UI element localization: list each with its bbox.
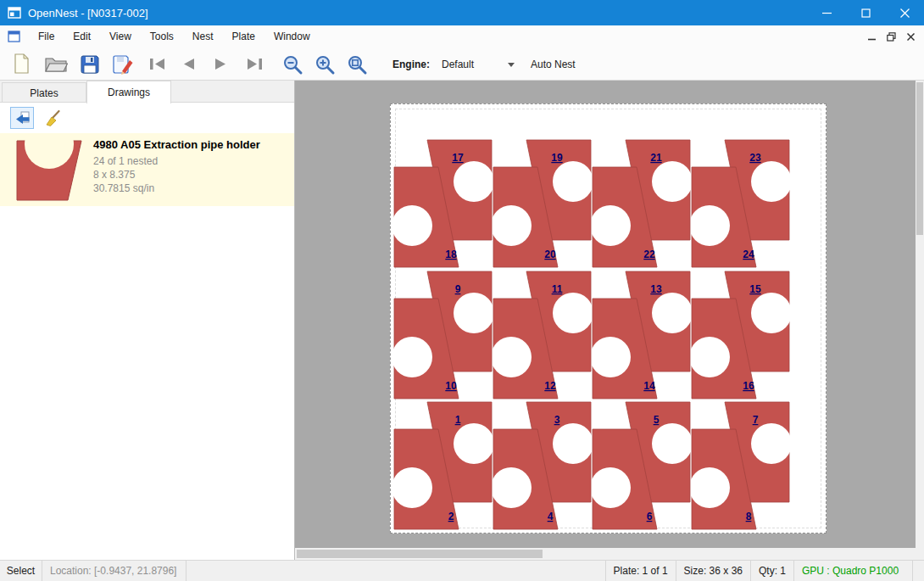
- return-part-button[interactable]: [10, 107, 34, 129]
- part-number: 20: [544, 249, 556, 260]
- part-number: 14: [643, 380, 655, 392]
- tab-drawings[interactable]: Drawings: [86, 81, 171, 103]
- horizontal-scrollbar-thumb[interactable]: [297, 550, 543, 558]
- nest-pair[interactable]: 1920: [493, 139, 592, 268]
- nest-canvas[interactable]: 171819202122232491011121314151612345678: [295, 81, 916, 548]
- drawing-area: 30.7815 sq/in: [93, 182, 154, 194]
- menu-edit[interactable]: Edit: [64, 25, 100, 47]
- nest-pair[interactable]: 1314: [592, 271, 691, 399]
- zoom-fit-button[interactable]: [347, 54, 368, 75]
- new-file-icon: [13, 53, 31, 75]
- part-number: 15: [749, 283, 761, 295]
- part-number: 19: [551, 152, 563, 164]
- part-number: 21: [650, 152, 662, 164]
- window-controls: [807, 0, 924, 25]
- tab-strip: Plates Drawings: [0, 81, 294, 103]
- plate[interactable]: 171819202122232491011121314151612345678: [390, 103, 827, 534]
- first-arrow-icon: [148, 57, 168, 71]
- zoom-in-icon: [314, 54, 336, 75]
- menu-file[interactable]: File: [29, 25, 64, 47]
- status-gpu: GPU : Quadro P1000: [793, 561, 912, 581]
- status-location: Location: [-0.9437, 21.8796]: [42, 561, 186, 581]
- part-number: 23: [749, 152, 761, 164]
- return-part-icon: [14, 110, 31, 126]
- menu-view[interactable]: View: [100, 25, 141, 47]
- drawing-title: 4980 A05 Extraction pipe holder: [93, 138, 260, 151]
- auto-nest-button[interactable]: Auto Nest: [531, 59, 576, 70]
- open-folder-icon: [45, 56, 68, 73]
- close-button[interactable]: [885, 0, 924, 25]
- nest-pair[interactable]: 34: [493, 401, 592, 530]
- last-plate-button[interactable]: [244, 57, 264, 71]
- app-icon: [8, 7, 21, 19]
- zoom-in-button[interactable]: [314, 54, 336, 75]
- menu-bar: File Edit View Tools Nest Plate Window: [0, 25, 924, 47]
- part-number: 12: [544, 380, 556, 392]
- part-number: 10: [445, 380, 457, 392]
- menu-nest[interactable]: Nest: [183, 25, 223, 47]
- nest-pair[interactable]: 12: [393, 401, 493, 530]
- part-number: 17: [452, 152, 464, 164]
- mdi-minimize-icon[interactable]: [864, 30, 880, 44]
- part-number: 1: [455, 414, 461, 426]
- status-size: Size: 36 x 36: [676, 561, 750, 581]
- part-number: 11: [552, 283, 563, 295]
- nest-pair[interactable]: 2324: [691, 139, 790, 268]
- drawing-size: 8 x 8.375: [93, 169, 135, 181]
- part-number: 3: [554, 414, 560, 426]
- zoom-fit-icon: [347, 54, 368, 75]
- first-plate-button[interactable]: [148, 57, 168, 71]
- scrollbar-corner: [916, 548, 924, 560]
- drawing-list-item[interactable]: 4980 A05 Extraction pipe holder 24 of 1 …: [0, 133, 294, 206]
- previous-plate-button[interactable]: [181, 57, 197, 71]
- maximize-button[interactable]: [846, 0, 885, 25]
- open-button[interactable]: [45, 56, 68, 73]
- side-panel: Plates Drawings 4980 A05 Extraction pipe…: [0, 81, 295, 560]
- vertical-scrollbar-thumb[interactable]: [916, 82, 923, 235]
- tab-plates[interactable]: Plates: [2, 82, 86, 103]
- nest-pair[interactable]: 910: [393, 271, 493, 399]
- main-toolbar: Engine: Default Auto Nest: [0, 47, 924, 81]
- part-number: 18: [445, 249, 457, 260]
- minimize-button[interactable]: [807, 0, 846, 25]
- save-button[interactable]: [80, 54, 100, 75]
- last-arrow-icon: [244, 57, 264, 71]
- zoom-out-button[interactable]: [282, 54, 303, 75]
- menu-plate[interactable]: Plate: [223, 25, 264, 47]
- part-number: 9: [455, 283, 461, 295]
- nest-pair[interactable]: 1112: [493, 271, 592, 399]
- nest-pair[interactable]: 1516: [691, 271, 790, 399]
- part-number: 22: [643, 249, 655, 260]
- nest-pair[interactable]: 1718: [393, 139, 493, 268]
- drawings-toolbar: [0, 103, 294, 132]
- status-bar: Select Location: [-0.9437, 21.8796] Plat…: [0, 560, 924, 581]
- part-thumbnail: [8, 137, 86, 204]
- clean-button[interactable]: [41, 107, 64, 129]
- part-number: 4: [548, 511, 554, 522]
- engine-label: Engine:: [392, 59, 430, 70]
- part-number: 24: [743, 249, 754, 260]
- next-plate-button[interactable]: [213, 57, 229, 71]
- resize-grip[interactable]: [912, 561, 924, 581]
- status-qty: Qty: 1: [750, 561, 793, 581]
- vertical-scrollbar[interactable]: [916, 81, 924, 548]
- save-as-button[interactable]: [112, 54, 134, 75]
- horizontal-scrollbar[interactable]: [295, 548, 916, 560]
- part-number: 5: [654, 414, 660, 426]
- nest-pair[interactable]: 56: [592, 401, 691, 530]
- mdi-close-icon[interactable]: [903, 30, 919, 44]
- new-file-button[interactable]: [13, 53, 31, 75]
- status-plate: Plate: 1 of 1: [605, 561, 676, 581]
- broom-icon: [44, 109, 61, 126]
- mdi-restore-icon[interactable]: [883, 30, 899, 44]
- menu-window[interactable]: Window: [264, 25, 320, 47]
- status-mode: Select: [0, 561, 42, 581]
- engine-select[interactable]: Default: [438, 54, 518, 75]
- nest-pair[interactable]: 2122: [592, 139, 691, 268]
- nest-pair[interactable]: 78: [691, 401, 790, 530]
- menu-tools[interactable]: Tools: [141, 25, 183, 47]
- save-edit-icon: [112, 54, 134, 75]
- part-number: 7: [753, 414, 759, 426]
- part-number: 2: [448, 511, 454, 522]
- drawing-nested-count: 24 of 1 nested: [93, 155, 158, 167]
